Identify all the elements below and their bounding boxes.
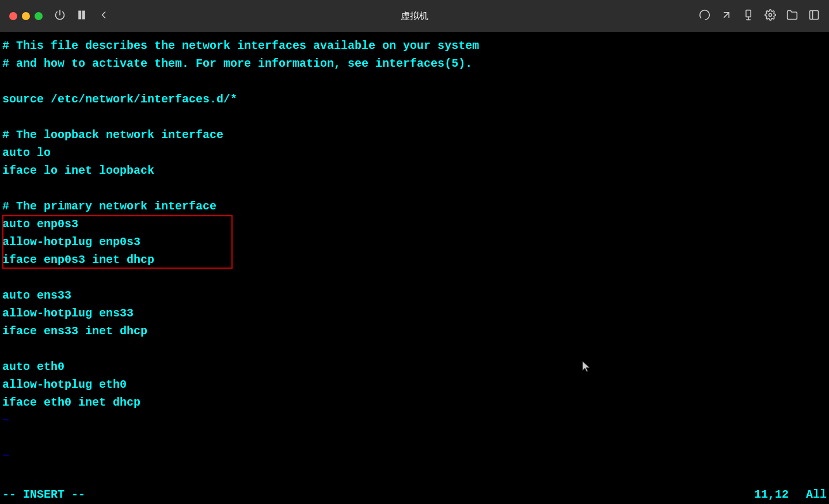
svg-rect-1 bbox=[83, 11, 85, 18]
line-21: iface eth0 inet dhcp bbox=[2, 394, 827, 411]
pause-icon[interactable] bbox=[76, 9, 88, 24]
line-13: iface enp0s3 inet dhcp bbox=[2, 251, 827, 269]
arrow-icon[interactable] bbox=[721, 9, 732, 24]
highlighted-block: auto enp0s3 allow-hotplug enp0s3 iface e… bbox=[2, 215, 827, 269]
line-14 bbox=[2, 269, 827, 287]
line-18 bbox=[2, 340, 827, 358]
line-17: iface ens33 inet dhcp bbox=[2, 322, 827, 340]
power-icon[interactable] bbox=[54, 9, 66, 24]
minimize-button[interactable] bbox=[22, 12, 30, 20]
scroll-position: All bbox=[806, 486, 827, 503]
line-10: # The primary network interface bbox=[2, 197, 827, 215]
cursor-position: 11,12 bbox=[754, 486, 789, 503]
line-7: auto lo bbox=[2, 144, 827, 162]
line-8: iface lo inet loopback bbox=[2, 162, 827, 180]
line-19: auto eth0 bbox=[2, 358, 827, 376]
line-22: ~ bbox=[2, 411, 827, 429]
traffic-lights bbox=[9, 12, 43, 20]
title-bar: 虚拟机 bbox=[0, 0, 829, 32]
line-24: ~ bbox=[2, 447, 827, 465]
line-23 bbox=[2, 429, 827, 447]
folder-icon[interactable] bbox=[786, 9, 798, 24]
title-bar-right bbox=[699, 9, 820, 24]
line-15: auto ens33 bbox=[2, 287, 827, 304]
svg-rect-0 bbox=[79, 11, 81, 18]
svg-line-2 bbox=[724, 12, 729, 17]
window-icon[interactable] bbox=[808, 9, 820, 24]
line-9 bbox=[2, 180, 827, 197]
status-bar: -- INSERT -- 11,12 All bbox=[0, 484, 829, 504]
back-icon[interactable] bbox=[98, 9, 109, 24]
terminal-content[interactable]: # This file describes the network interf… bbox=[0, 32, 829, 504]
line-3 bbox=[2, 72, 827, 90]
line-16: allow-hotplug ens33 bbox=[2, 304, 827, 322]
line-6: # The loopback network interface bbox=[2, 126, 827, 144]
svg-rect-3 bbox=[746, 10, 751, 17]
maximize-button[interactable] bbox=[35, 12, 43, 20]
device-icon[interactable] bbox=[743, 9, 754, 24]
line-1: # This file describes the network interf… bbox=[2, 37, 827, 55]
line-12: allow-hotplug enp0s3 bbox=[2, 233, 827, 251]
vim-mode: -- INSERT -- bbox=[2, 486, 754, 503]
close-button[interactable] bbox=[9, 12, 17, 20]
title-bar-controls bbox=[54, 9, 109, 24]
window: 虚拟机 bbox=[0, 0, 829, 504]
line-25 bbox=[2, 465, 827, 483]
settings-icon[interactable] bbox=[765, 9, 776, 24]
window-title: 虚拟机 bbox=[401, 10, 428, 22]
line-11: auto enp0s3 bbox=[2, 215, 827, 233]
svg-rect-6 bbox=[810, 10, 819, 19]
status-right: 11,12 All bbox=[754, 486, 827, 503]
line-5 bbox=[2, 108, 827, 126]
line-20: allow-hotplug eth0 bbox=[2, 376, 827, 394]
svg-point-4 bbox=[769, 13, 772, 16]
loading-icon[interactable] bbox=[699, 9, 710, 24]
line-4: source /etc/network/interfaces.d/* bbox=[2, 90, 827, 108]
line-2: # and how to activate them. For more inf… bbox=[2, 55, 827, 72]
